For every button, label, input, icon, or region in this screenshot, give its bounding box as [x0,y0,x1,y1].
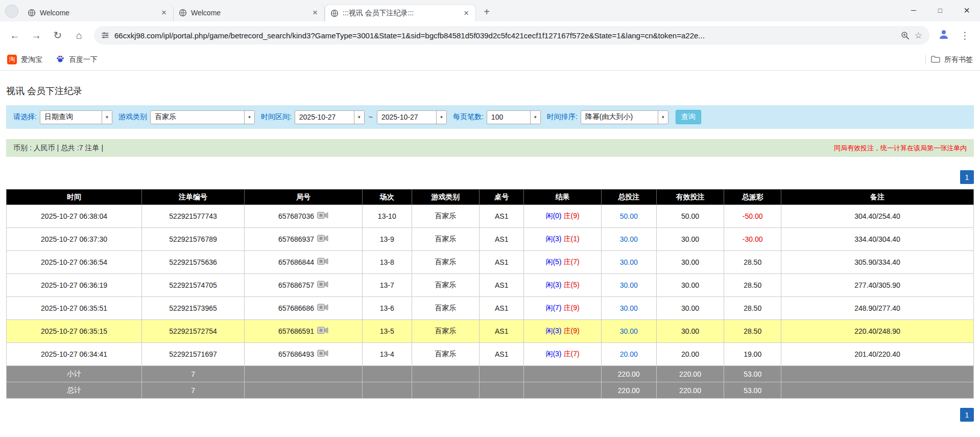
table-row[interactable]: 2025-10-27 06:34:41 522921571697 6576864… [7,343,974,366]
cell-payout: 28.50 [724,297,781,320]
subtotal-valid-bet: 220.00 [656,366,724,382]
cell-total-bet[interactable]: 50.00 [601,205,656,228]
tab-betrecord-active[interactable]: :::视讯 会员下注纪录::: × [325,4,476,21]
chevron-down-icon[interactable]: ▾ [354,111,364,124]
video-replay-icon[interactable] [317,258,328,267]
cell-note: 277.40/305.90 [781,274,974,297]
cell-valid-bet: 30.00 [656,251,724,274]
chevron-down-icon[interactable]: ▾ [102,111,112,124]
page-1-button[interactable]: 1 [960,170,974,184]
table-row[interactable]: 2025-10-27 06:35:15 522921572754 6576865… [7,320,974,343]
forward-button[interactable]: → [30,30,43,41]
cell-game-type: 百家乐 [412,343,480,366]
all-bookmarks-label: 所有书签 [944,55,973,64]
cell-table-no: AS1 [480,320,524,343]
table-row[interactable]: 2025-10-27 06:36:19 522921574705 6576867… [7,274,974,297]
new-tab-button[interactable]: + [479,4,494,19]
back-button[interactable]: ← [8,30,21,41]
header-valid-bet: 有效投注 [656,190,724,205]
bookmark-label: 爱淘宝 [21,55,42,64]
close-window-button[interactable]: × [953,0,980,20]
page-1-button[interactable]: 1 [960,408,974,422]
all-bookmarks-button[interactable]: 所有书签 [931,55,973,64]
table-row[interactable]: 2025-10-27 06:37:30 522921576789 6576869… [7,228,974,251]
home-button[interactable]: ⌂ [73,30,86,41]
tab-title: :::视讯 会员下注纪录::: [343,9,458,18]
menu-kebab-icon[interactable]: ⋮ [958,30,972,41]
subtotal-count: 7 [142,366,245,382]
page-size-select[interactable]: 100 ▾ [487,110,541,124]
cell-result: 闲(3)庄(9) [524,320,602,343]
video-replay-icon[interactable] [317,350,328,359]
chevron-down-icon[interactable]: ▾ [658,111,668,124]
cell-session: 13-6 [362,297,412,320]
tab-close-icon[interactable]: × [160,8,168,18]
header-total-bet: 总投注 [601,190,656,205]
video-replay-icon[interactable] [317,327,328,336]
minimize-button[interactable]: ─ [900,0,927,20]
date-from-select[interactable]: 2025-10-27 ▾ [295,110,365,124]
cell-result: 闲(5)庄(7) [524,251,602,274]
search-button[interactable]: 查询 [676,110,701,124]
cell-note: 334.40/304.40 [781,228,974,251]
url-text[interactable]: 66cxkj98.com/ipl/portal.php/game/betreco… [114,31,896,40]
cell-total-bet[interactable]: 30.00 [601,251,656,274]
video-replay-icon[interactable] [317,281,328,290]
cell-total-bet[interactable]: 30.00 [601,320,656,343]
chevron-down-icon[interactable]: ▾ [530,111,540,124]
tab-close-icon[interactable]: × [462,8,470,18]
maximize-button[interactable]: □ [927,0,953,20]
bookmark-item-taobao[interactable]: 淘 爱淘宝 [7,55,42,64]
chevron-down-icon[interactable]: ▾ [436,111,446,124]
summary-bar: 币别 : 人民币 | 总共 :7 注单 | 同局有效投注，统一计算在该局第一张注… [6,139,974,157]
filter-bar: 请选择: 日期查询 ▾ 游戏类别 百家乐 ▾ 时间区间: 2025-10-27 … [6,105,974,129]
video-replay-icon[interactable] [317,304,328,313]
cell-round-no: 657686757 [244,274,362,297]
game-type-select[interactable]: 百家乐 ▾ [150,110,255,124]
video-replay-icon[interactable] [317,212,328,221]
page-title: 视讯 会员下注纪录 [6,85,974,97]
currency-total-text: 币别 : 人民币 | 总共 :7 注单 | [13,144,103,153]
reload-button[interactable]: ↻ [51,29,64,41]
header-round-no: 局号 [244,190,362,205]
cell-session: 13-9 [362,228,412,251]
date-query-select[interactable]: 日期查询 ▾ [40,110,112,124]
tab-welcome-2[interactable]: Welcome × [174,4,325,21]
url-bar[interactable]: 66cxkj98.com/ipl/portal.php/game/betreco… [94,26,929,44]
date-to-select[interactable]: 2025-10-27 ▾ [377,110,447,124]
cell-payout: -30.00 [724,228,781,251]
cell-total-bet[interactable]: 20.00 [601,343,656,366]
cell-valid-bet: 30.00 [656,320,724,343]
zoom-icon[interactable] [901,31,910,40]
tab-welcome-1[interactable]: Welcome × [22,4,174,21]
chevron-down-icon[interactable]: ▾ [244,111,254,124]
globe-favicon-icon [179,9,187,17]
bookmark-star-icon[interactable]: ☆ [915,30,922,41]
cell-session: 13-4 [362,343,412,366]
globe-favicon-icon [330,9,339,17]
site-info-icon[interactable] [101,31,109,39]
sort-order-label: 时间排序: [547,112,578,122]
table-row[interactable]: 2025-10-27 06:35:51 522921573965 6576866… [7,297,974,320]
sort-order-select[interactable]: 降幂(由大到小) ▾ [581,110,668,124]
profile-icon[interactable] [938,28,950,42]
game-type-label: 游戏类别 [118,112,147,122]
result-player: 闲(3) [545,350,561,358]
total-valid-bet: 220.00 [656,382,724,399]
result-player: 闲(3) [545,327,561,335]
tab-close-icon[interactable]: × [311,8,319,18]
cell-total-bet[interactable]: 30.00 [601,274,656,297]
table-row[interactable]: 2025-10-27 06:38:04 522921577743 6576870… [7,205,974,228]
cell-total-bet[interactable]: 30.00 [601,297,656,320]
page-content: 视讯 会员下注纪录 请选择: 日期查询 ▾ 游戏类别 百家乐 ▾ 时间区间: 2… [0,85,980,422]
bookmark-item-baidu[interactable]: 百度一下 [56,54,98,65]
browser-menu-icon[interactable] [5,5,18,18]
cell-time: 2025-10-27 06:34:41 [7,343,142,366]
header-table-no: 桌号 [480,190,524,205]
table-row[interactable]: 2025-10-27 06:36:54 522921575636 6576868… [7,251,974,274]
cell-note: 201.40/220.40 [781,343,974,366]
cell-round-no: 657686937 [244,228,362,251]
cell-session: 13-7 [362,274,412,297]
video-replay-icon[interactable] [317,235,328,244]
cell-total-bet[interactable]: 30.00 [601,228,656,251]
